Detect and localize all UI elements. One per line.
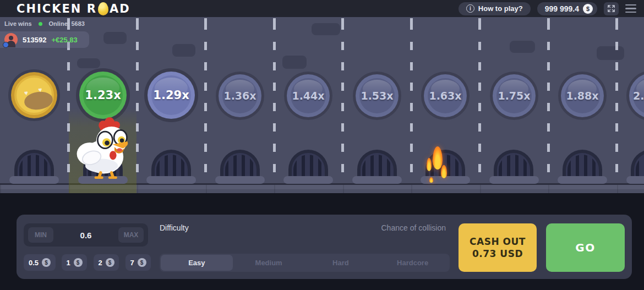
roast-chicken-emblem — [23, 90, 54, 112]
flame-icon — [429, 177, 433, 183]
dollar-coin-icon: $ — [583, 4, 593, 14]
max-bet-button[interactable]: MAX — [118, 227, 144, 243]
top-bar: CHICKEN R AD i How to play? 999 999.4 $ — [0, 0, 644, 17]
how-to-play-button[interactable]: i How to play? — [459, 2, 531, 15]
multiplier-next: 1.29x — [148, 72, 195, 119]
lane-divider — [341, 17, 344, 183]
cash-out-button[interactable]: CASH OUT 0.73 USD — [459, 223, 537, 272]
tab-hard[interactable]: Hard — [305, 255, 377, 271]
online-count: Online: 5683 — [49, 20, 85, 27]
egg-icon — [98, 2, 108, 15]
difficulty-label: Difficulty — [160, 223, 189, 232]
road-patch — [312, 23, 340, 35]
grate-base — [352, 176, 402, 184]
grate-base — [215, 176, 265, 184]
multiplier-locked: 1.75x — [493, 74, 536, 117]
lane-divider — [410, 17, 413, 183]
control-panel: MIN 0.6 MAX 0.5 $ 1 $ 2 $ 7 $ Difficulty… — [17, 215, 632, 279]
road-patch — [510, 41, 535, 53]
chance-of-collision-label: Chance of collision — [381, 223, 446, 232]
grate-base — [489, 176, 539, 184]
bet-chip-7[interactable]: 7 $ — [125, 254, 151, 271]
lane-divider — [478, 17, 481, 183]
bet-chip-1[interactable]: 1 $ — [62, 254, 87, 271]
dollar-coin-icon: $ — [42, 258, 51, 267]
go-button[interactable]: GO — [546, 223, 625, 272]
tab-hardcore[interactable]: Hardcore — [376, 255, 449, 271]
balance-display[interactable]: 999 999.4 $ — [537, 2, 597, 15]
tab-easy[interactable]: Easy — [161, 255, 233, 271]
dollar-coin-icon: $ — [74, 258, 83, 267]
player-win-amount: +€25.83 — [51, 36, 77, 44]
multiplier-locked: 1.44x — [287, 74, 330, 117]
grate-base — [9, 176, 59, 184]
chicken-road-game-screen: 1.23x 1.29x 1.36x 1.44x 1.53x 1.63x 1.75… — [0, 0, 644, 290]
fullscreen-icon — [607, 4, 615, 13]
start-coin — [11, 72, 57, 118]
balance-value: 999 999.4 — [545, 4, 579, 13]
tab-medium[interactable]: Medium — [233, 255, 305, 271]
logo: CHICKEN R AD — [17, 0, 130, 17]
multiplier-passed: 1.23x — [79, 72, 127, 119]
multiplier-locked: 1.36x — [219, 74, 261, 117]
grate-base — [283, 176, 333, 184]
road-patch — [103, 32, 127, 44]
grate-base — [558, 176, 607, 184]
player-avatar — [4, 33, 18, 46]
live-wins-bar: Live wins Online: 5683 — [4, 20, 85, 27]
lane-divider — [273, 17, 276, 183]
road-patch — [282, 56, 307, 69]
live-wins-label: Live wins — [4, 20, 32, 27]
road-patch — [77, 58, 100, 68]
flame-icon — [427, 158, 432, 171]
grate-base — [626, 176, 644, 184]
flame-icon — [441, 165, 447, 178]
avatar-badge-icon — [3, 42, 9, 48]
bet-chip-2[interactable]: 2 $ — [94, 254, 119, 271]
multiplier-locked: 1.63x — [424, 74, 467, 117]
multiplier-locked: 1.88x — [561, 74, 604, 117]
menu-button[interactable] — [625, 4, 640, 13]
dollar-coin-icon: $ — [138, 258, 146, 267]
dollar-coin-icon: $ — [106, 258, 114, 267]
coin-face — [14, 75, 54, 115]
lane-divider — [547, 17, 550, 183]
online-dot-icon — [39, 22, 42, 26]
bet-chip-0.5[interactable]: 0.5 $ — [24, 254, 56, 271]
chicken-character — [75, 113, 134, 180]
road-patch — [172, 44, 195, 57]
control-section: MIN 0.6 MAX 0.5 $ 1 $ 2 $ 7 $ Difficulty… — [0, 193, 644, 290]
difficulty-tabs: Easy Medium Hard Hardcore — [160, 254, 450, 272]
lane-divider — [136, 17, 139, 183]
multiplier-locked-partial: 2. — [629, 73, 644, 118]
player-id: 513592 — [23, 36, 46, 44]
lane-divider — [615, 17, 618, 183]
live-win-entry: 513592 +€25.83 — [0, 31, 89, 48]
bet-amount-bar: MIN 0.6 MAX — [24, 223, 148, 247]
fullscreen-button[interactable] — [604, 2, 619, 15]
grate-base — [146, 176, 196, 184]
lane-divider — [204, 17, 207, 183]
road-patch — [597, 46, 624, 60]
multiplier-locked: 1.53x — [356, 74, 399, 117]
info-icon: i — [466, 4, 474, 13]
